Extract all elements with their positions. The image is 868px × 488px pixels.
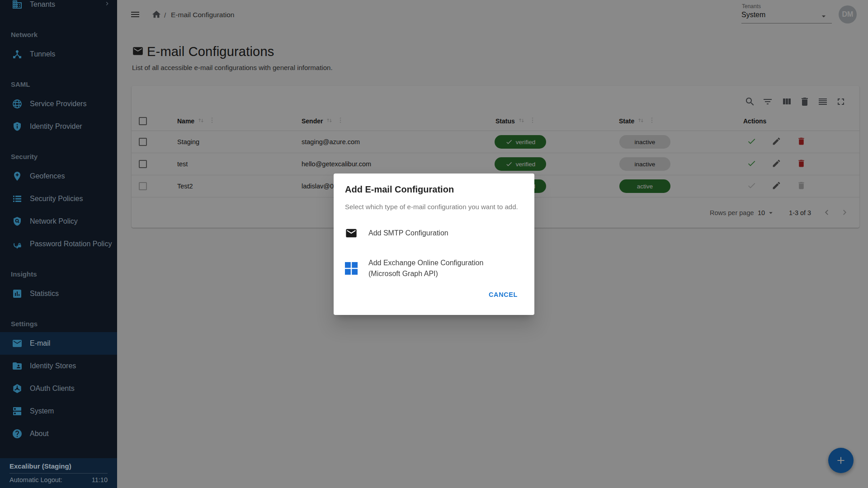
sidebar-item-about[interactable]: About bbox=[0, 422, 117, 445]
sidebar-item-label: Security Policies bbox=[30, 195, 83, 203]
auto-logout-label: Automatic Logout: bbox=[9, 476, 62, 483]
sidebar-item-label: System bbox=[30, 407, 54, 415]
sidebar-item-label: OAuth Clients bbox=[30, 385, 75, 393]
sidebar-item-service-providers[interactable]: Service Providers bbox=[0, 93, 117, 115]
sidebar-section-network: Network bbox=[0, 30, 117, 39]
add-email-configuration-dialog: Add E-mail Configuration Select which ty… bbox=[334, 174, 534, 315]
sidebar-section-settings: Settings bbox=[0, 319, 117, 328]
help-icon bbox=[12, 428, 23, 439]
sidebar-item-system[interactable]: System bbox=[0, 400, 117, 422]
sidebar-item-identity-stores[interactable]: Identity Stores bbox=[0, 355, 117, 377]
option-add-exchange-online[interactable]: Add Exchange Online Configuration (Micro… bbox=[345, 256, 523, 281]
cancel-button[interactable]: CANCEL bbox=[483, 287, 523, 302]
sidebar-footer: Excalibur (Staging) Automatic Logout: 11… bbox=[0, 458, 117, 488]
mail-icon bbox=[12, 338, 23, 349]
sidebar-section-insights: Insights bbox=[0, 270, 117, 279]
sidebar-item-identity-provider[interactable]: Identity Provider bbox=[0, 115, 117, 138]
rotate-lock-icon bbox=[12, 239, 23, 249]
dialog-subtitle: Select which type of e-mail configuratio… bbox=[345, 203, 523, 211]
sidebar-item-geofences[interactable]: Geofences bbox=[0, 165, 117, 188]
folder-person-icon bbox=[12, 361, 23, 371]
building-icon bbox=[12, 0, 23, 10]
sidebar-item-label: Identity Stores bbox=[30, 362, 76, 370]
sidebar-item-tunnels[interactable]: Tunnels bbox=[0, 43, 117, 66]
environment-name: Excalibur (Staging) bbox=[9, 462, 108, 470]
chevron-right-icon bbox=[104, 0, 111, 9]
globe-icon bbox=[12, 99, 23, 109]
footer-divider bbox=[9, 473, 108, 474]
microsoft-logo-icon bbox=[345, 262, 358, 275]
sidebar-item-tenants[interactable]: Tenants bbox=[0, 0, 117, 16]
sidebar-item-label: Service Providers bbox=[30, 100, 86, 108]
hexagon-icon bbox=[12, 383, 23, 394]
sidebar-item-label: Password Rotation Policy bbox=[30, 240, 112, 248]
server-icon bbox=[12, 406, 23, 417]
sidebar-item-label: About bbox=[30, 430, 49, 438]
hub-icon bbox=[12, 49, 23, 60]
shield-info-icon bbox=[12, 121, 23, 132]
shield-search-icon bbox=[12, 216, 23, 227]
option-add-smtp[interactable]: Add SMTP Configuration bbox=[345, 221, 523, 246]
list-icon bbox=[12, 193, 23, 204]
sidebar-section-security: Security bbox=[0, 152, 117, 161]
sidebar-item-label: Statistics bbox=[30, 290, 59, 298]
sidebar-item-network-policy[interactable]: Network Policy bbox=[0, 210, 117, 233]
sidebar-item-oauth-clients[interactable]: OAuth Clients bbox=[0, 377, 117, 400]
mail-icon bbox=[345, 227, 358, 239]
sidebar-item-label: Geofences bbox=[30, 172, 65, 180]
sidebar-item-password-rotation-policy[interactable]: Password Rotation Policy bbox=[0, 233, 117, 255]
option-label: Add Exchange Online Configuration (Micro… bbox=[368, 258, 483, 279]
sidebar-item-label: Tenants bbox=[30, 0, 55, 9]
location-plus-icon bbox=[12, 171, 23, 182]
sidebar-item-label: E-mail bbox=[30, 339, 50, 347]
option-label: Add SMTP Configuration bbox=[368, 228, 448, 239]
sidebar: Tenants Network Tunnels SAML Service Pro… bbox=[0, 0, 117, 488]
sidebar-item-label: Identity Provider bbox=[30, 122, 82, 131]
sidebar-section-saml: SAML bbox=[0, 80, 117, 89]
sidebar-item-security-policies[interactable]: Security Policies bbox=[0, 188, 117, 210]
auto-logout-timer: 11:10 bbox=[92, 476, 108, 483]
sidebar-item-label: Network Policy bbox=[30, 217, 78, 225]
dialog-title: Add E-mail Configuration bbox=[345, 184, 523, 195]
bar-chart-icon bbox=[12, 288, 23, 299]
sidebar-item-label: Tunnels bbox=[30, 50, 55, 58]
sidebar-item-statistics[interactable]: Statistics bbox=[0, 282, 117, 305]
sidebar-item-email[interactable]: E-mail bbox=[0, 332, 117, 355]
